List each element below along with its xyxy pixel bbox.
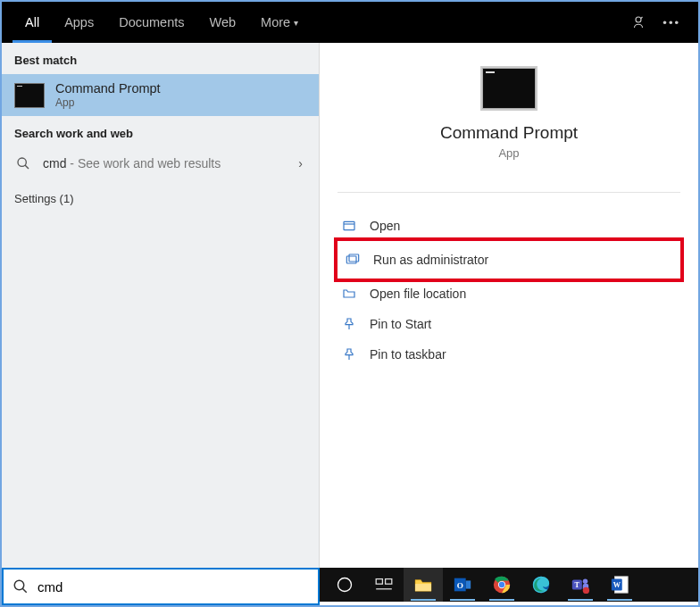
- search-icon: [12, 578, 29, 595]
- taskbar-task-view[interactable]: [364, 568, 404, 602]
- action-label: Open: [370, 219, 400, 233]
- action-label: Pin to taskbar: [370, 347, 446, 362]
- caret-down-icon: ▾: [294, 18, 298, 28]
- svg-rect-14: [415, 584, 431, 591]
- annotation-highlight: Run as administrator: [334, 237, 684, 282]
- svg-rect-4: [346, 256, 356, 263]
- svg-text:W: W: [613, 581, 621, 589]
- detail-subtitle: App: [498, 146, 519, 160]
- result-title: Command Prompt: [55, 81, 306, 96]
- svg-point-24: [583, 579, 588, 585]
- taskbar-teams[interactable]: T: [561, 568, 600, 602]
- more-options-icon[interactable]: •••: [662, 16, 680, 29]
- svg-rect-12: [386, 579, 392, 585]
- tab-more[interactable]: More▾: [248, 2, 311, 43]
- svg-point-10: [338, 578, 352, 592]
- search-work-web-label: Search work and web: [2, 116, 319, 147]
- svg-rect-11: [376, 579, 382, 585]
- pin-icon: [341, 346, 357, 362]
- tab-all[interactable]: All: [12, 2, 52, 43]
- command-prompt-icon: [14, 83, 45, 108]
- taskbar-outlook[interactable]: O: [443, 568, 482, 602]
- search-box[interactable]: [2, 568, 320, 605]
- shield-icon: [345, 252, 361, 268]
- web-hint: - See work and web results: [66, 156, 221, 170]
- detail-title: Command Prompt: [440, 123, 578, 143]
- action-label: Run as administrator: [373, 253, 488, 267]
- command-prompt-icon: [480, 66, 538, 111]
- detail-pane: Command Prompt App Open Run as admi: [320, 43, 698, 568]
- divider: [338, 192, 680, 193]
- feedback-icon[interactable]: [630, 14, 646, 30]
- svg-point-20: [499, 582, 504, 587]
- svg-point-8: [14, 580, 24, 590]
- action-label: Pin to Start: [370, 317, 431, 331]
- action-pin-to-start[interactable]: Pin to Start: [338, 309, 680, 339]
- svg-point-1: [18, 158, 26, 166]
- svg-rect-5: [349, 254, 359, 262]
- svg-line-2: [25, 165, 29, 169]
- tab-documents[interactable]: Documents: [106, 2, 196, 43]
- svg-rect-17: [466, 580, 471, 588]
- action-open[interactable]: Open: [338, 211, 680, 241]
- tab-apps[interactable]: Apps: [52, 2, 106, 43]
- svg-text:O: O: [457, 581, 463, 590]
- web-search-row[interactable]: cmd - See work and web results ›: [2, 147, 319, 179]
- svg-text:T: T: [575, 581, 580, 589]
- pin-icon: [341, 316, 357, 332]
- search-input[interactable]: [38, 579, 309, 595]
- action-run-as-administrator[interactable]: Run as administrator: [341, 245, 677, 275]
- action-open-file-location[interactable]: Open file location: [338, 279, 680, 309]
- result-command-prompt[interactable]: Command Prompt App: [2, 74, 319, 116]
- svg-point-0: [636, 17, 641, 22]
- open-icon: [341, 218, 357, 234]
- taskbar-chrome[interactable]: [482, 568, 521, 602]
- svg-line-9: [22, 588, 27, 593]
- tab-web[interactable]: Web: [197, 2, 249, 43]
- best-match-label: Best match: [2, 43, 319, 74]
- search-icon: [14, 156, 32, 170]
- taskbar-word[interactable]: W: [600, 568, 639, 602]
- taskbar-file-explorer[interactable]: [404, 568, 443, 602]
- web-query: cmd: [43, 156, 66, 170]
- taskbar-edge[interactable]: [521, 568, 561, 602]
- results-pane: Best match Command Prompt App Search wor…: [2, 43, 320, 568]
- taskbar: O T W: [320, 568, 698, 602]
- action-label: Open file location: [370, 287, 466, 301]
- svg-point-26: [583, 587, 589, 594]
- settings-result[interactable]: Settings (1): [2, 179, 319, 218]
- search-filter-header: All Apps Documents Web More▾ •••: [2, 2, 698, 43]
- taskbar-cortana[interactable]: [325, 568, 364, 602]
- result-subtitle: App: [55, 96, 306, 109]
- chevron-right-icon: ›: [298, 156, 306, 170]
- action-pin-to-taskbar[interactable]: Pin to taskbar: [338, 339, 680, 370]
- folder-icon: [341, 286, 357, 302]
- svg-rect-3: [344, 221, 354, 229]
